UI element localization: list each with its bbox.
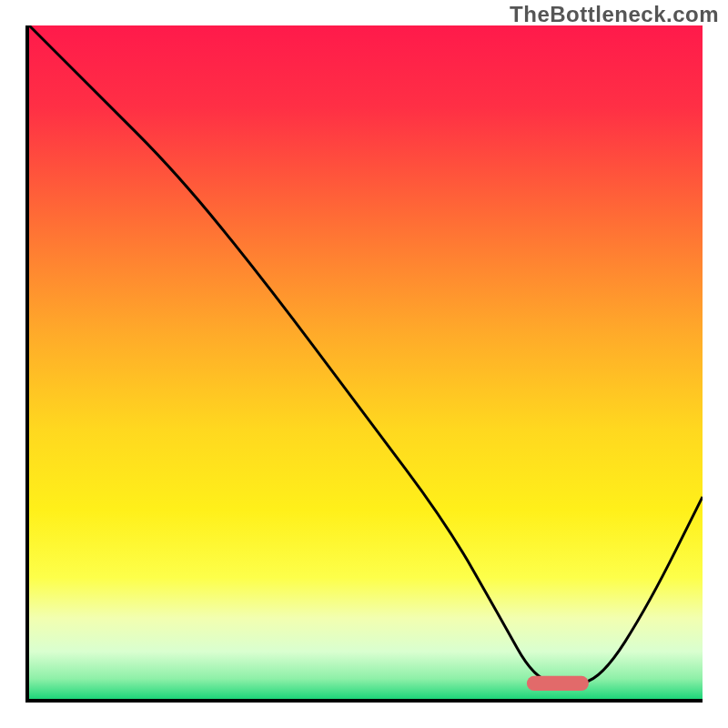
x-axis-line <box>25 699 703 703</box>
chart-svg <box>29 25 703 699</box>
watermark-text: TheBottleneck.com <box>510 2 719 27</box>
chart-container: TheBottleneck.com <box>0 0 728 728</box>
